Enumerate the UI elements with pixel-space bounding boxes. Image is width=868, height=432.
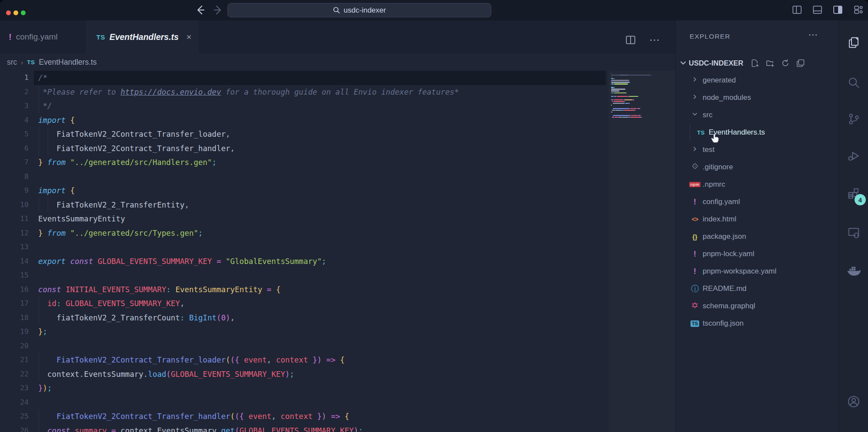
code-line[interactable]: 1/* [0,71,675,85]
code-line[interactable]: 7} from "../generated/src/Handlers.gen"; [0,155,675,170]
chevron-down-icon [691,111,698,120]
project-root-row[interactable]: USDC-INDEXER [676,54,838,72]
tab-config-yaml[interactable]: ! config.yaml [3,20,78,53]
code-line[interactable]: 18 fiatTokenV2_2_TransferCount: BigInt(0… [0,311,675,325]
code-line[interactable]: 23}); [0,381,675,396]
new-file-icon[interactable] [750,59,760,68]
code-line[interactable]: 15 [0,268,675,283]
editor-tabbar: ! config.yaml TS EventHandlers.ts × [0,20,675,53]
code-line[interactable]: 11EventsSummaryEntity [0,212,675,226]
more-actions-icon[interactable]: ⋯ [649,34,661,46]
tree-item-readme-md[interactable]: ⓘREADME.md [676,280,838,297]
yaml-warning-icon: ! [694,267,696,276]
line-number: 7 [0,155,29,170]
tree-item-schema-graphql[interactable]: schema.graphql [676,297,838,315]
code-line[interactable]: 16const INITIAL_EVENTS_SUMMARY: EventsSu… [0,283,675,297]
tree-item-node-modules[interactable]: node_modules [676,89,838,106]
tree-item-label: test [703,145,714,154]
explorer-more-icon[interactable]: ⋯ [808,29,819,40]
close-tab-icon[interactable]: × [186,32,191,42]
tree-item-package-json[interactable]: {}package.json [676,228,838,245]
code-line[interactable]: 10 FiatTokenV2_2_TransferEntity, [0,198,675,212]
tree-item-label: pnpm-workspace.yaml [703,267,776,276]
account-icon[interactable] [847,395,861,409]
explorer-sidebar: EXPLORER ⋯ USDC-INDEXER [675,20,838,432]
collapse-all-icon[interactable] [796,59,805,68]
split-editor-icon[interactable] [625,34,636,46]
forward-arrow-icon[interactable] [213,4,224,16]
tree-item--npmrc[interactable]: npm.npmrc [676,176,838,193]
line-number: 18 [0,311,29,325]
tree-item-label: generated [703,76,736,85]
code-line[interactable]: 26 const summary = context.EventsSummary… [0,424,675,432]
code-line[interactable]: 3 */ [0,99,675,113]
code-line[interactable]: 12} from "../generated/src/Types.gen"; [0,226,675,241]
command-center-search[interactable]: usdc-indexer [227,3,491,17]
code-line[interactable]: 13 [0,240,675,254]
tree-item-src[interactable]: src [676,106,838,124]
code-line[interactable]: 20 [0,339,675,353]
explorer-icon[interactable] [847,36,860,49]
search-icon[interactable] [847,76,860,89]
tree-item-eventhandlers-ts[interactable]: TSEventHandlers.ts [676,124,838,141]
panel-bottom-icon[interactable] [812,4,823,15]
code-line[interactable]: 14export const GLOBAL_EVENTS_SUMMARY_KEY… [0,254,675,269]
docker-icon[interactable] [846,264,861,277]
panel-right-icon[interactable] [832,4,843,15]
tree-item-tsconfig-json[interactable]: TStsconfig.json [676,315,838,332]
code-line[interactable]: 6 FiatTokenV2_2Contract_Transfer_handler… [0,142,675,156]
remote-explorer-icon[interactable] [847,226,860,239]
minimap[interactable] [611,73,665,119]
tree-item-generated[interactable]: generated [676,72,838,89]
line-number: 3 [0,99,29,113]
back-arrow-icon[interactable] [194,4,206,16]
code-line[interactable]: 24 [0,396,675,410]
line-number: 20 [0,339,29,353]
tree-item-label: .gitignore [703,163,733,171]
code-line[interactable]: 8 [0,170,675,184]
tree-item-config-yaml[interactable]: !config.yaml [676,193,838,211]
tree-item-label: package.json [703,232,746,241]
tree-item-pnpm-lock-yaml[interactable]: !pnpm-lock.yaml [676,245,838,263]
new-folder-icon[interactable] [766,59,775,68]
code-line[interactable]: 25 FiatTokenV2_2Contract_Transfer_handle… [0,409,675,424]
tree-item--gitignore[interactable]: .gitignore [676,158,838,176]
project-name: USDC-INDEXER [689,59,743,67]
source-control-icon[interactable] [847,112,860,125]
code-line[interactable]: 4import { [0,113,675,128]
breadcrumb-file[interactable]: EventHandlers.ts [39,58,97,67]
tree-item-index-html[interactable]: <>index.html [676,211,838,228]
typescript-icon: TS [697,129,705,136]
code-line[interactable]: 5 FiatTokenV2_2Contract_Transfer_loader, [0,127,675,142]
line-number: 15 [0,268,29,283]
tree-item-test[interactable]: test [676,141,838,158]
maximize-window-button[interactable] [21,10,26,15]
chevron-down-icon [678,59,688,67]
tree-item-pnpm-workspace-yaml[interactable]: !pnpm-workspace.yaml [676,263,838,280]
breadcrumb-src[interactable]: src [7,58,17,67]
graphql-file-icon [691,302,698,311]
code-editor[interactable]: 1/*2 *Please refer to https://docs.envio… [0,71,675,432]
layout-customize-icon[interactable] [853,4,864,15]
code-line[interactable]: 19}; [0,325,675,339]
panel-left-icon[interactable] [792,4,802,15]
code-line[interactable]: 9import { [0,184,675,198]
close-window-button[interactable] [6,10,11,15]
code-line[interactable]: 21 FiatTokenV2_2Contract_Transfer_loader… [0,353,675,367]
line-number: 16 [0,283,29,297]
line-number: 24 [0,396,29,410]
refresh-icon[interactable] [781,59,790,68]
breadcrumb[interactable]: src › TS EventHandlers.ts [7,53,97,71]
tsconfig-icon: TS [690,320,699,327]
tab-eventhandlers-ts[interactable]: TS EventHandlers.ts × [86,20,199,53]
vscode-window: usdc-indexer ! [0,0,868,432]
run-debug-icon[interactable] [847,149,861,163]
minimap-column [608,71,675,432]
code-line[interactable]: 2 *Please refer to https://docs.envio.de… [0,85,675,99]
code-line[interactable]: 17 id: GLOBAL_EVENTS_SUMMARY_KEY, [0,297,675,311]
line-number: 5 [0,127,29,142]
git-file-icon [692,163,698,171]
code-line[interactable]: 22 context.EventsSummary.load(GLOBAL_EVE… [0,367,675,382]
minimize-window-button[interactable] [13,10,18,15]
explorer-title: EXPLORER [690,33,730,40]
